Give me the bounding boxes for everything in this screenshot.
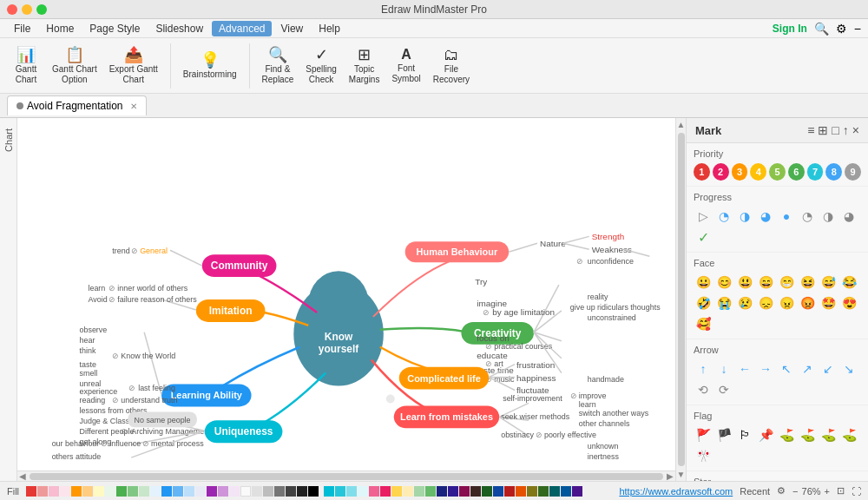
priority-section: Priority 1 2 3 4 5 6 7 8 9: [687, 143, 868, 187]
priority-8[interactable]: 8: [825, 163, 842, 181]
progress-3[interactable]: ◕: [756, 207, 775, 226]
face-8[interactable]: 😂: [839, 273, 858, 292]
progress-5[interactable]: ◔: [798, 207, 817, 226]
arrow-down[interactable]: ↓: [714, 359, 733, 378]
priority-6[interactable]: 6: [788, 163, 805, 181]
arrow-cw[interactable]: ⟳: [714, 380, 733, 399]
face-2[interactable]: 😊: [714, 273, 733, 292]
menu-item-file[interactable]: File: [7, 21, 37, 36]
chart-sidebar-label[interactable]: Chart: [2, 125, 16, 155]
progress-2[interactable]: ◑: [735, 207, 754, 226]
maximize-button[interactable]: [36, 4, 47, 15]
progress-1[interactable]: ◔: [714, 207, 733, 226]
face-10[interactable]: 😭: [714, 293, 733, 312]
tab-close-button[interactable]: ✕: [130, 102, 137, 111]
export-gantt-button[interactable]: 📤 Export GanttChart: [104, 45, 163, 87]
menu-item-page style[interactable]: Page Style: [82, 21, 147, 36]
progress-check[interactable]: ✓: [694, 227, 713, 247]
gantt-chart-option-button[interactable]: 📋 Gantt ChartOption: [47, 45, 102, 87]
file-recovery-button[interactable]: 🗂 FileRecovery: [428, 45, 475, 87]
arrow-upright[interactable]: ↗: [798, 359, 817, 378]
face-15[interactable]: 🤩: [819, 293, 838, 312]
face-1[interactable]: 😀: [694, 273, 713, 292]
flag-dark[interactable]: 🏴: [714, 425, 733, 444]
flag-red[interactable]: 🚩: [694, 425, 713, 444]
gantt-chart-button[interactable]: 📊 GanttChart: [7, 45, 45, 87]
vertical-scrollbar[interactable]: ▲ ▼: [675, 118, 686, 481]
flag-triangle-green[interactable]: ⛳: [819, 425, 838, 444]
flag-pennant[interactable]: 🎌: [694, 446, 713, 465]
menu-item-view[interactable]: View: [273, 21, 310, 36]
tab-avoid-fragmentation[interactable]: Avoid Fragmentation ✕: [7, 95, 147, 115]
spelling-check-button[interactable]: ✓ SpellingCheck: [300, 45, 342, 87]
close-button[interactable]: [7, 4, 17, 15]
mark-title: Mark: [695, 124, 721, 137]
zoom-in-button[interactable]: +: [825, 486, 830, 497]
arrow-up[interactable]: ↑: [694, 359, 713, 378]
list-view-button[interactable]: ≡: [807, 123, 814, 137]
flag-triangle-orange[interactable]: ⛳: [798, 425, 817, 444]
progress-7[interactable]: ◕: [839, 207, 858, 226]
priority-4[interactable]: 4: [750, 163, 766, 181]
arrow-ccw[interactable]: ⟲: [694, 380, 713, 399]
canvas[interactable]: Know yourself Human Behaviour Nature Str…: [17, 118, 686, 481]
grid-view-button[interactable]: ⊞: [818, 123, 828, 137]
priority-9[interactable]: 9: [845, 163, 861, 181]
progress-6[interactable]: ◑: [819, 207, 838, 226]
menu-icon-3[interactable]: −: [854, 22, 861, 36]
sign-in-button[interactable]: Sign In: [773, 23, 807, 35]
flag-pin[interactable]: 📌: [756, 425, 775, 444]
minimize-button[interactable]: [22, 4, 32, 15]
face-17[interactable]: 🥰: [694, 314, 713, 333]
zoom-control[interactable]: − 76% +: [792, 486, 830, 497]
add-mark-button[interactable]: □: [832, 123, 838, 137]
face-16[interactable]: 😍: [839, 293, 858, 312]
topic-margins-button[interactable]: ⊞ TopicMargins: [344, 45, 385, 87]
face-11[interactable]: 😢: [735, 293, 754, 312]
horizontal-scrollbar[interactable]: ◀ ▶: [17, 470, 675, 481]
arrow-right[interactable]: →: [756, 359, 775, 378]
face-title: Face: [694, 258, 861, 268]
import-mark-button[interactable]: ↑: [843, 123, 849, 137]
zoom-out-button[interactable]: −: [792, 486, 798, 497]
priority-5[interactable]: 5: [769, 163, 786, 181]
progress-0[interactable]: ▷: [694, 207, 713, 226]
fullscreen-button[interactable]: ⛶: [852, 486, 861, 497]
priority-3[interactable]: 3: [732, 163, 748, 181]
face-3[interactable]: 😃: [735, 273, 754, 292]
close-mark-button[interactable]: ×: [852, 123, 859, 137]
face-9[interactable]: 🤣: [694, 293, 713, 312]
menu-icon-2[interactable]: ⚙: [836, 22, 847, 36]
face-12[interactable]: 😞: [756, 293, 775, 312]
brainstorming-button[interactable]: 💡 Brainstorming: [178, 45, 242, 87]
arrow-upleft[interactable]: ↖: [777, 359, 796, 378]
arrow-downleft[interactable]: ↙: [819, 359, 838, 378]
svg-text:give up ridiculars thoughts: give up ridiculars thoughts: [570, 303, 661, 312]
face-13[interactable]: 😠: [777, 293, 796, 312]
priority-1[interactable]: 1: [694, 163, 710, 181]
website-url[interactable]: https://www.edrawsoft.com: [619, 486, 733, 497]
menu-item-home[interactable]: Home: [39, 21, 81, 36]
recent-icon[interactable]: ⚙: [777, 485, 786, 497]
face-14[interactable]: 😡: [798, 293, 817, 312]
face-4[interactable]: 😄: [756, 273, 775, 292]
menu-item-slideshow[interactable]: Slideshow: [148, 21, 210, 36]
flag-triangle-red[interactable]: ⛳: [777, 425, 796, 444]
menu-icon-1[interactable]: 🔍: [814, 22, 829, 36]
menu-item-advanced[interactable]: Advanced: [212, 21, 272, 36]
menu-item-help[interactable]: Help: [312, 21, 347, 36]
face-7[interactable]: 😅: [819, 273, 838, 292]
arrow-downright[interactable]: ↘: [839, 359, 858, 378]
fit-page-button[interactable]: ⊡: [837, 485, 845, 497]
flag-triangle-blue[interactable]: ⛳: [839, 425, 858, 444]
face-6[interactable]: 😆: [798, 273, 817, 292]
color-swatches[interactable]: [26, 486, 582, 497]
arrow-left[interactable]: ←: [735, 359, 754, 378]
progress-4[interactable]: ●: [777, 207, 796, 226]
flag-white[interactable]: 🏳: [735, 425, 754, 444]
font-symbol-button[interactable]: A FontSymbol: [386, 45, 425, 87]
face-5[interactable]: 😁: [777, 273, 796, 292]
priority-7[interactable]: 7: [807, 163, 824, 181]
priority-2[interactable]: 2: [713, 163, 729, 181]
find-replace-button[interactable]: 🔍 Find &Replace: [257, 45, 299, 87]
